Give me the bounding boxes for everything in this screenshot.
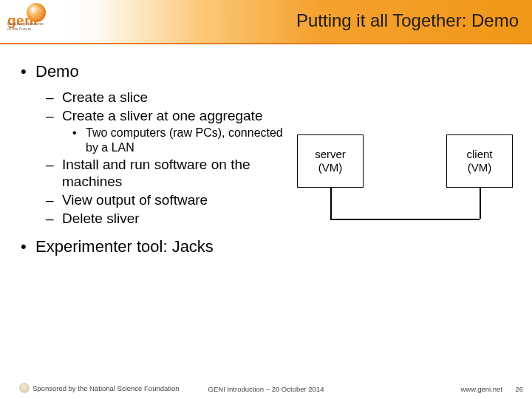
bullet-l1: • Demo: [21, 62, 287, 81]
slide-body: • Demo – Create a slice – Create a slive…: [0, 58, 532, 374]
node-label: client: [466, 148, 492, 160]
bullet-text: View output of software: [62, 191, 208, 208]
bullet-dash-icon: –: [46, 156, 62, 190]
bullet-l2: – Create a slice: [46, 89, 287, 106]
logo-tagline-1: Exploring Networks: [7, 21, 78, 26]
node-sublabel: (VM): [468, 161, 492, 174]
bullet-text: Create a slice: [62, 89, 148, 106]
bullet-text: Experimenter tool: Jacks: [35, 237, 214, 256]
page-number: 26: [515, 385, 523, 393]
link-leg: [480, 188, 481, 219]
footer-left: Sponsored by the National Science Founda…: [19, 383, 180, 393]
footer-sponsor: Sponsored by the National Science Founda…: [33, 384, 180, 392]
client-node: client (VM): [446, 134, 513, 188]
bullet-text: Two computers (raw PCs), connected by a …: [86, 126, 287, 154]
bullet-dot-icon: •: [72, 126, 86, 154]
bullet-dot-icon: •: [21, 62, 35, 81]
nsf-seal-icon: [19, 383, 30, 393]
bullet-text: Demo: [35, 62, 79, 81]
slide-title: Putting it all Together: Demo: [296, 10, 519, 31]
lan-link: [330, 219, 480, 220]
link-leg: [330, 188, 332, 219]
header-rule: [0, 43, 532, 44]
logo-globe-icon: [27, 3, 46, 22]
geni-logo: geni Exploring Networks of the Future: [7, 3, 78, 31]
bullet-dot-icon: •: [21, 237, 35, 256]
bullet-l1: • Experimenter tool: Jacks: [21, 237, 287, 256]
footer: Sponsored by the National Science Founda…: [0, 380, 532, 399]
bullet-l3: • Two computers (raw PCs), connected by …: [72, 126, 287, 154]
bullet-text: Delete sliver: [62, 210, 140, 227]
footer-url: www.geni.net: [460, 385, 502, 393]
bullet-dash-icon: –: [46, 89, 62, 106]
node-sublabel: (VM): [318, 161, 343, 174]
bullet-column: • Demo – Create a slice – Create a slive…: [21, 58, 287, 264]
bullet-dash-icon: –: [46, 107, 62, 124]
server-node: server (VM): [297, 134, 364, 188]
bullet-l2: – View output of software: [46, 191, 287, 208]
bullet-l2: – Create a sliver at one aggregate: [46, 107, 287, 124]
node-label: server: [315, 148, 346, 160]
logo-tagline-2: of the Future: [7, 27, 78, 31]
bullet-l2: – Install and run software on the machin…: [46, 156, 287, 190]
bullet-dash-icon: –: [46, 191, 62, 208]
bullet-text: Create a sliver at one aggregate: [62, 107, 262, 124]
bullet-text: Install and run software on the machines: [62, 156, 287, 190]
topology-diagram: server (VM) client (VM): [281, 121, 517, 247]
bullet-l2: – Delete sliver: [46, 210, 287, 227]
bullet-dash-icon: –: [46, 210, 62, 227]
slide: geni Exploring Networks of the Future Pu…: [0, 0, 532, 399]
header-band: geni Exploring Networks of the Future Pu…: [0, 0, 532, 43]
